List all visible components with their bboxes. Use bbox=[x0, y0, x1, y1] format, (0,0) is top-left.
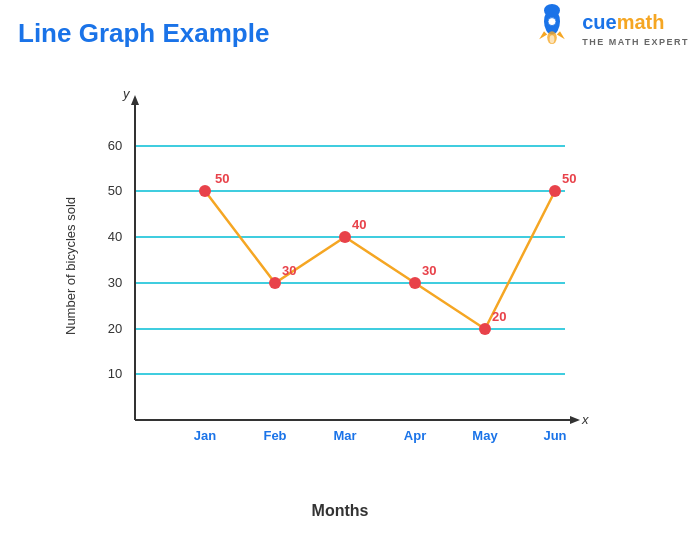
page-title: Line Graph Example bbox=[18, 18, 269, 49]
y-tick-30: 30 bbox=[108, 275, 122, 290]
data-point-feb bbox=[269, 277, 281, 289]
line-chart: y x 10 20 30 40 50 60 Jan Feb Mar Apr Ma… bbox=[85, 80, 630, 480]
data-point-jun bbox=[549, 185, 561, 197]
svg-marker-4 bbox=[557, 31, 565, 39]
svg-point-2 bbox=[548, 18, 556, 26]
value-label-may: 20 bbox=[492, 309, 506, 324]
y-axis-arrow bbox=[131, 95, 139, 105]
data-point-may bbox=[479, 323, 491, 335]
value-label-feb: 30 bbox=[282, 263, 296, 278]
value-label-mar: 40 bbox=[352, 217, 366, 232]
x-tick-may: May bbox=[472, 428, 498, 443]
x-tick-jan: Jan bbox=[194, 428, 216, 443]
data-point-jan bbox=[199, 185, 211, 197]
svg-point-6 bbox=[550, 35, 555, 43]
y-tick-60: 60 bbox=[108, 138, 122, 153]
y-tick-20: 20 bbox=[108, 321, 122, 336]
svg-marker-3 bbox=[539, 31, 547, 39]
y-tick-40: 40 bbox=[108, 229, 122, 244]
logo-cue: cuemath bbox=[582, 9, 664, 35]
x-tick-feb: Feb bbox=[263, 428, 286, 443]
x-tick-jun: Jun bbox=[543, 428, 566, 443]
x-tick-mar: Mar bbox=[333, 428, 356, 443]
y-axis-tick-label: y bbox=[122, 86, 131, 101]
data-point-mar bbox=[339, 231, 351, 243]
x-axis-label: Months bbox=[312, 502, 369, 520]
y-tick-10: 10 bbox=[108, 366, 122, 381]
value-label-apr: 30 bbox=[422, 263, 436, 278]
y-tick-50: 50 bbox=[108, 183, 122, 198]
svg-point-1 bbox=[544, 4, 560, 17]
chart-container: Number of bicycles sold y x 10 bbox=[30, 70, 650, 520]
value-label-jun: 50 bbox=[562, 171, 576, 186]
y-axis-label: Number of bicycles sold bbox=[63, 255, 78, 335]
x-axis-tick-label: x bbox=[581, 412, 589, 427]
value-label-jan: 50 bbox=[215, 171, 229, 186]
data-point-apr bbox=[409, 277, 421, 289]
logo-text: cuemath THE MATH EXPERT bbox=[582, 9, 689, 47]
logo-brand: THE MATH EXPERT bbox=[582, 37, 689, 47]
rocket-icon bbox=[528, 4, 576, 52]
x-tick-apr: Apr bbox=[404, 428, 426, 443]
x-axis-arrow bbox=[570, 416, 580, 424]
logo-area: cuemath THE MATH EXPERT bbox=[528, 4, 689, 52]
